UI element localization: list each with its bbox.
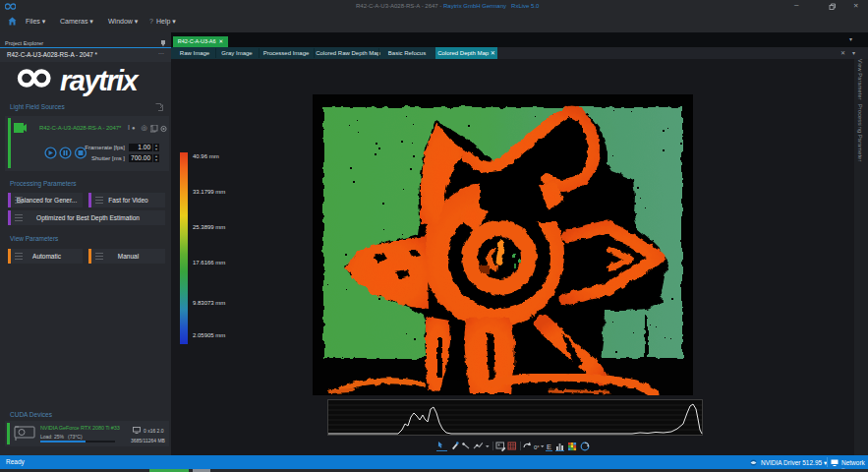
svg-text:0°: 0°: [534, 444, 540, 450]
svg-text:raytrix: raytrix: [60, 65, 141, 96]
svg-text:E: E: [547, 442, 551, 451]
